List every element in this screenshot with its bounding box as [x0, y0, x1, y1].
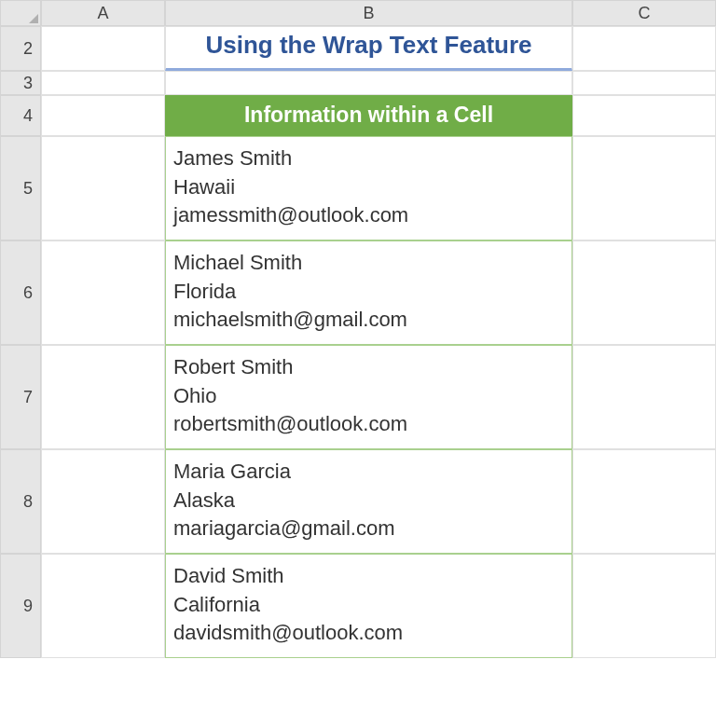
cell-A5[interactable] [41, 136, 165, 240]
row-header-7[interactable]: 7 [0, 345, 41, 449]
cell-A9[interactable] [41, 554, 165, 658]
cell-C8[interactable] [572, 449, 716, 554]
col-header-C[interactable]: C [572, 0, 716, 26]
cell-C7[interactable] [572, 345, 716, 449]
cell-A6[interactable] [41, 240, 165, 345]
title-text: Using the Wrap Text Feature [200, 30, 537, 62]
cell-A8[interactable] [41, 449, 165, 554]
cell-A2[interactable] [41, 26, 165, 71]
cell-B3[interactable] [165, 71, 572, 95]
select-all-corner[interactable] [0, 0, 41, 26]
cell-A4[interactable] [41, 95, 165, 136]
cell-B9[interactable]: David Smith California davidsmith@outloo… [165, 554, 572, 658]
cell-B2-title[interactable]: Using the Wrap Text Feature [165, 26, 572, 71]
cell-C6[interactable] [572, 240, 716, 345]
cell-B8[interactable]: Maria Garcia Alaska mariagarcia@gmail.co… [165, 449, 572, 554]
row-header-2[interactable]: 2 [0, 26, 41, 71]
cell-A7[interactable] [41, 345, 165, 449]
cell-B4-header[interactable]: Information within a Cell [165, 95, 572, 136]
row-header-9[interactable]: 9 [0, 554, 41, 658]
spreadsheet-grid: A B C 2 Using the Wrap Text Feature 3 4 … [0, 0, 716, 658]
cell-B6[interactable]: Michael Smith Florida michaelsmith@gmail… [165, 240, 572, 345]
table-header-text: Information within a Cell [244, 102, 493, 130]
cell-C2[interactable] [572, 26, 716, 71]
row-header-5[interactable]: 5 [0, 136, 41, 240]
col-header-B[interactable]: B [165, 0, 572, 26]
col-header-A[interactable]: A [41, 0, 165, 26]
cell-C4[interactable] [572, 95, 716, 136]
row-header-6[interactable]: 6 [0, 240, 41, 345]
cell-C3[interactable] [572, 71, 716, 95]
row-header-3[interactable]: 3 [0, 71, 41, 95]
row-header-4[interactable]: 4 [0, 95, 41, 136]
cell-A3[interactable] [41, 71, 165, 95]
cell-B7[interactable]: Robert Smith Ohio robertsmith@outlook.co… [165, 345, 572, 449]
row-header-8[interactable]: 8 [0, 449, 41, 554]
cell-C9[interactable] [572, 554, 716, 658]
cell-C5[interactable] [572, 136, 716, 240]
cell-B5[interactable]: James Smith Hawaii jamessmith@outlook.co… [165, 136, 572, 240]
